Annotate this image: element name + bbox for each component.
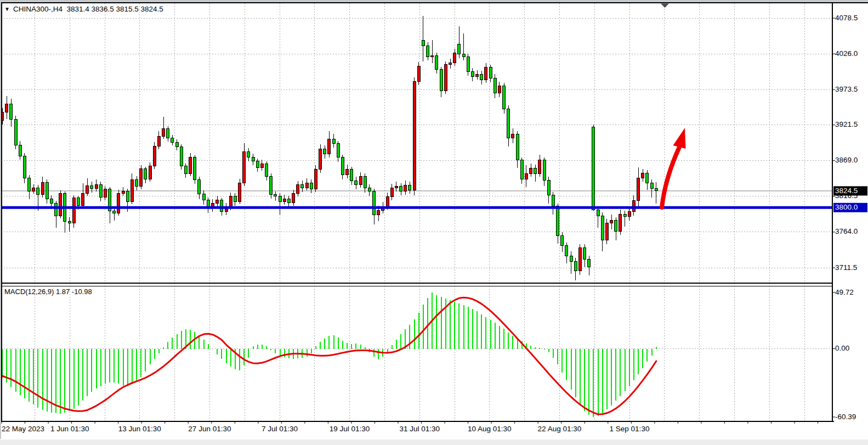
svg-text:27 Jun 01:30: 27 Jun 01:30 xyxy=(188,425,231,433)
trend-arrow[interactable] xyxy=(662,128,686,207)
svg-text:3921.5: 3921.5 xyxy=(835,120,858,128)
chart-top-border xyxy=(0,2,868,3)
svg-text:3869.0: 3869.0 xyxy=(835,156,858,164)
chart-canvas[interactable]: 4078.54026.03973.53921.53869.03816.53764… xyxy=(0,0,868,445)
svg-text:4078.5: 4078.5 xyxy=(835,14,858,22)
svg-text:0.00: 0.00 xyxy=(835,344,849,352)
date-axis-labels[interactable]: 22 May 20231 Jun 01:3013 Jun 01:3027 Jun… xyxy=(2,421,818,433)
svg-text:31 Jul 01:30: 31 Jul 01:30 xyxy=(399,425,440,433)
svg-text:13 Jun 01:30: 13 Jun 01:30 xyxy=(118,425,161,433)
price-axis-labels[interactable]: 4078.54026.03973.53921.53869.03816.53764… xyxy=(832,14,858,272)
panel-splitter[interactable] xyxy=(1,283,833,286)
svg-text:1 Sep 01:30: 1 Sep 01:30 xyxy=(610,425,650,433)
chart-window: 4078.54026.03973.53921.53869.03816.53764… xyxy=(0,0,868,445)
window-bottom-edge xyxy=(0,440,868,445)
svg-text:-60.39: -60.39 xyxy=(835,413,856,421)
svg-text:22 May 2023: 22 May 2023 xyxy=(2,425,44,433)
window-left-edge xyxy=(0,0,1,439)
grid-layer xyxy=(1,3,833,422)
svg-text:3973.5: 3973.5 xyxy=(835,85,858,93)
svg-text:10 Aug 01:30: 10 Aug 01:30 xyxy=(468,425,512,433)
svg-text:3711.5: 3711.5 xyxy=(835,263,857,272)
svg-text:1 Jun 01:30: 1 Jun 01:30 xyxy=(50,425,89,433)
svg-text:4026.0: 4026.0 xyxy=(835,49,858,58)
scroll-marker-icon[interactable] xyxy=(661,4,669,8)
svg-text:19 Jul 01:30: 19 Jul 01:30 xyxy=(330,425,370,433)
candles-layer[interactable] xyxy=(1,16,658,280)
macd-axis-labels[interactable]: 49.720.00-60.39 xyxy=(832,288,856,421)
svg-text:7 Jul 01:30: 7 Jul 01:30 xyxy=(262,425,298,433)
bid-price-badge: 3824.5 xyxy=(833,186,867,195)
svg-text:22 Aug 01:30: 22 Aug 01:30 xyxy=(538,425,582,433)
svg-text:49.72: 49.72 xyxy=(835,288,854,296)
level-price-badge: 3800.0 xyxy=(833,203,867,212)
svg-text:3824.5: 3824.5 xyxy=(835,187,858,195)
svg-text:3800.0: 3800.0 xyxy=(835,203,858,211)
svg-text:3764.0: 3764.0 xyxy=(835,227,858,235)
panel-borders xyxy=(1,3,835,422)
